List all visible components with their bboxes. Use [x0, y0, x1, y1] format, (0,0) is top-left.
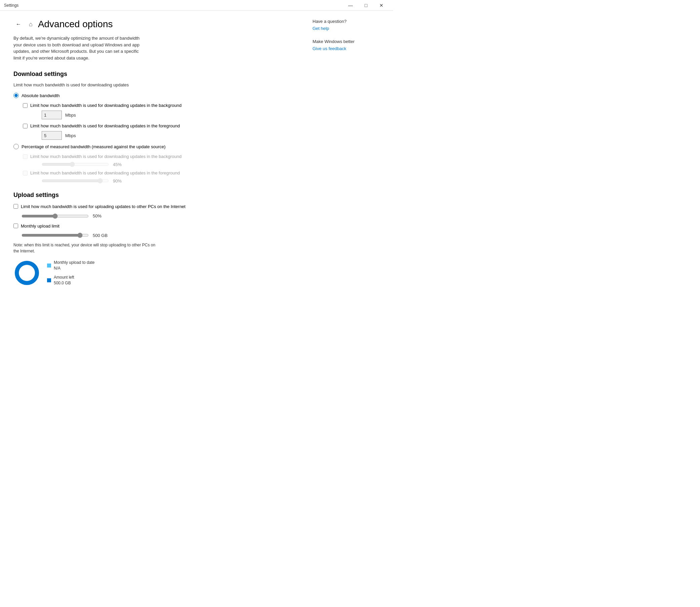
fg-mbps-input[interactable]: [42, 131, 62, 140]
upload-settings-section: Upload settings Limit how much bandwidth…: [14, 192, 292, 286]
monthly-slider-row: 500 GB: [22, 233, 292, 238]
close-button[interactable]: ✕: [374, 0, 389, 11]
get-help-section: Have a question? Get help: [313, 19, 386, 31]
upload-slider[interactable]: [22, 213, 89, 219]
fg-input-row: Mbps: [42, 131, 292, 140]
titlebar-controls: — □ ✕: [343, 0, 389, 11]
monthly-limit-row: Monthly upload limit: [14, 223, 292, 230]
pct-bg-checkbox-row: Limit how much bandwidth is used for dow…: [23, 154, 292, 159]
fg-download-checkbox[interactable]: [23, 124, 27, 128]
page-header: ← ⌂ Advanced options: [14, 19, 292, 29]
upload-slider-value: 50%: [93, 213, 102, 218]
upload-slider-row: 50%: [22, 213, 292, 219]
legend-amount-text: Amount left 500.0 GB: [54, 275, 74, 286]
page-title: Advanced options: [38, 19, 113, 29]
bg-checkbox-group: Limit how much bandwidth is used for dow…: [23, 103, 292, 119]
pct-fg-checkbox[interactable]: [23, 171, 27, 175]
pct-bg-slider[interactable]: [42, 162, 109, 167]
fg-checkbox-group: Limit how much bandwidth is used for dow…: [23, 123, 292, 140]
page-description: By default, we're dynamically optimizing…: [14, 35, 141, 61]
download-section-title: Download settings: [14, 70, 292, 78]
pct-bg-checkbox[interactable]: [23, 154, 27, 159]
monthly-note: Note: when this limit is reached, your d…: [14, 242, 161, 254]
make-better-title: Make Windows better: [313, 39, 386, 44]
pct-fg-value: 90%: [113, 179, 122, 184]
pct-fg-checkbox-row: Limit how much bandwidth is used for dow…: [23, 170, 292, 175]
bg-mbps-input[interactable]: [42, 110, 62, 119]
legend-monthly-dot: [47, 264, 51, 268]
fg-download-label: Limit how much bandwidth is used for dow…: [30, 123, 180, 128]
donut-chart-area: Monthly upload to date N/A Amount left 5…: [14, 259, 292, 286]
fg-mbps-label: Mbps: [65, 133, 76, 138]
minimize-button[interactable]: —: [343, 0, 358, 11]
upload-pcs-row: Limit how much bandwidth is used for upl…: [14, 203, 292, 210]
main-panel: ← ⌂ Advanced options By default, we're d…: [0, 11, 306, 341]
content-area: ← ⌂ Advanced options By default, we're d…: [0, 11, 393, 341]
percentage-bandwidth-radio[interactable]: [14, 144, 19, 149]
donut-chart: [14, 259, 40, 286]
pct-fg-slider-row: 90%: [42, 178, 292, 184]
svg-point-1: [17, 263, 37, 283]
percentage-bandwidth-label: Percentage of measured bandwidth (measur…: [22, 144, 166, 149]
bg-download-checkbox-row: Limit how much bandwidth is used for dow…: [23, 103, 292, 108]
download-settings-section: Download settings Limit how much bandwid…: [14, 70, 292, 184]
pct-bg-label: Limit how much bandwidth is used for dow…: [30, 154, 182, 159]
percentage-bandwidth-option[interactable]: Percentage of measured bandwidth (measur…: [14, 144, 292, 149]
upload-pcs-checkbox[interactable]: [14, 204, 18, 209]
pct-bg-group: Limit how much bandwidth is used for dow…: [23, 154, 292, 167]
bg-input-row: Mbps: [42, 110, 292, 119]
legend-monthly-text: Monthly upload to date N/A: [54, 260, 94, 271]
monthly-slider[interactable]: [22, 233, 89, 238]
titlebar-left: Settings: [4, 3, 19, 8]
pct-fg-group: Limit how much bandwidth is used for dow…: [23, 170, 292, 184]
fg-download-checkbox-row: Limit how much bandwidth is used for dow…: [23, 123, 292, 128]
monthly-slider-value: 500 GB: [93, 233, 108, 238]
legend-monthly-upload: Monthly upload to date N/A: [47, 260, 94, 271]
monthly-limit-label: Monthly upload limit: [21, 223, 60, 230]
get-help-link[interactable]: Get help: [313, 26, 386, 31]
question-title: Have a question?: [313, 19, 386, 24]
back-button[interactable]: ←: [14, 19, 23, 29]
titlebar: Settings — □ ✕: [0, 0, 393, 11]
legend-amount-dot: [47, 278, 51, 282]
bg-mbps-label: Mbps: [65, 112, 76, 118]
pct-bg-value: 45%: [113, 162, 122, 167]
pct-fg-label: Limit how much bandwidth is used for dow…: [30, 170, 180, 175]
bg-download-label: Limit how much bandwidth is used for dow…: [30, 103, 182, 108]
download-section-desc: Limit how much bandwidth is used for dow…: [14, 82, 292, 87]
maximize-button[interactable]: □: [358, 0, 374, 11]
absolute-bandwidth-radio[interactable]: [14, 93, 19, 98]
feedback-section: Make Windows better Give us feedback: [313, 39, 386, 51]
titlebar-title: Settings: [4, 3, 19, 8]
upload-section-title: Upload settings: [14, 192, 292, 198]
sidebar-help: Have a question? Get help Make Windows b…: [306, 11, 393, 341]
legend-amount-left: Amount left 500.0 GB: [47, 275, 94, 286]
upload-pcs-label: Limit how much bandwidth is used for upl…: [21, 203, 186, 210]
absolute-bandwidth-option[interactable]: Absolute bandwidth: [14, 93, 292, 98]
donut-legend: Monthly upload to date N/A Amount left 5…: [47, 260, 94, 286]
pct-fg-slider[interactable]: [42, 178, 109, 184]
monthly-limit-checkbox[interactable]: [14, 224, 18, 228]
bg-download-checkbox[interactable]: [23, 103, 27, 108]
home-icon[interactable]: ⌂: [29, 21, 33, 28]
pct-bg-slider-row: 45%: [42, 162, 292, 167]
feedback-link[interactable]: Give us feedback: [313, 46, 386, 51]
absolute-bandwidth-label: Absolute bandwidth: [22, 93, 60, 98]
